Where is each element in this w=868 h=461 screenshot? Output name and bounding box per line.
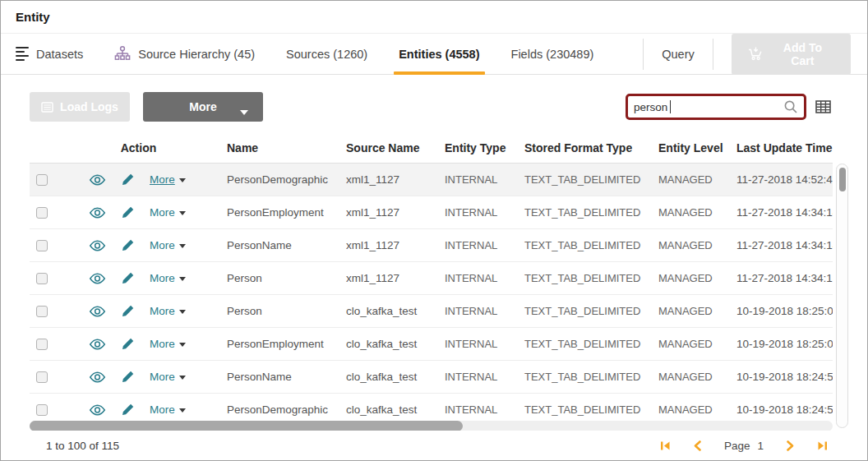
next-page-icon[interactable] <box>786 440 795 451</box>
list-icon <box>16 47 29 62</box>
more-button[interactable]: More <box>143 92 263 122</box>
cell-entity-type: INTERNAL <box>432 239 512 251</box>
row-more-link[interactable]: More <box>150 338 186 350</box>
cell-stored-format-type: TEXT_TAB_DELIMITED <box>512 206 645 219</box>
cell-entity-type: INTERNAL <box>432 338 512 350</box>
tab-source-hierarchy[interactable]: Source Hierarchy (45) <box>114 34 255 75</box>
active-tab-indicator <box>394 71 484 75</box>
header-last-update-time: Last Update Time <box>723 141 833 154</box>
row-checkbox[interactable] <box>36 306 48 317</box>
row-more-link[interactable]: More <box>150 305 186 317</box>
row-checkbox[interactable] <box>36 240 48 251</box>
caret-down-icon <box>179 244 186 248</box>
cell-entity-type: INTERNAL <box>432 206 512 219</box>
cell-stored-format-type: TEXT_TAB_DELIMITED <box>512 272 645 284</box>
row-more-link[interactable]: More <box>150 371 186 383</box>
row-checkbox[interactable] <box>36 207 48 219</box>
edit-pencil-icon[interactable] <box>122 403 134 416</box>
toolbar: Load Logs More <box>1 75 867 132</box>
table-row: More Person clo_kafka_test INTERNAL TEXT… <box>30 295 833 328</box>
header-source-name: Source Name <box>334 141 432 154</box>
logs-icon <box>41 102 53 113</box>
row-actions: More <box>62 272 215 284</box>
cell-stored-format-type: TEXT_TAB_DELIMITED <box>512 173 645 186</box>
divider <box>643 39 644 70</box>
view-eye-icon[interactable] <box>89 240 106 251</box>
row-more-label: More <box>150 272 175 284</box>
search-box[interactable] <box>626 94 806 120</box>
row-checkbox-cell <box>30 273 62 284</box>
add-to-cart-label: Add To Cart <box>771 41 834 67</box>
text-caret <box>670 100 671 113</box>
last-page-icon[interactable] <box>817 440 828 451</box>
edit-pencil-icon[interactable] <box>122 338 134 350</box>
row-more-link[interactable]: More <box>150 239 186 251</box>
view-eye-icon[interactable] <box>89 207 106 219</box>
edit-pencil-icon[interactable] <box>122 239 134 251</box>
tab-fields[interactable]: Fields (230489) <box>511 34 594 75</box>
header-entity-level: Entity Level <box>645 141 723 154</box>
tab-datasets[interactable]: Datasets <box>16 34 83 75</box>
search-input[interactable] <box>634 101 783 113</box>
table-row: More PersonEmployment clo_kafka_test INT… <box>30 328 833 361</box>
page-label: Page <box>724 440 750 452</box>
search-icon[interactable] <box>783 99 798 114</box>
row-more-label: More <box>150 239 175 251</box>
row-more-link[interactable]: More <box>150 206 186 219</box>
cell-stored-format-type: TEXT_TAB_DELIMITED <box>512 239 645 251</box>
cell-source-name: xml1_1127 <box>334 272 432 284</box>
row-checkbox-cell <box>30 240 62 251</box>
record-range-text: 1 to 100 of 115 <box>46 440 119 452</box>
row-checkbox-cell <box>30 306 62 317</box>
header-entity-type: Entity Type <box>432 141 512 154</box>
edit-pencil-icon[interactable] <box>122 305 134 317</box>
add-to-cart-button[interactable]: Add To Cart <box>732 34 851 75</box>
row-checkbox-cell <box>30 207 62 219</box>
table-row: More Person xml1_1127 INTERNAL TEXT_TAB_… <box>30 262 833 295</box>
edit-pencil-icon[interactable] <box>122 173 134 186</box>
previous-page-icon[interactable] <box>693 440 702 451</box>
row-actions: More <box>62 371 215 383</box>
view-eye-icon[interactable] <box>89 404 106 416</box>
cell-entity-level: MANAGED <box>645 305 723 317</box>
page-indicator: Page 1 <box>724 440 764 452</box>
row-checkbox[interactable] <box>36 339 48 350</box>
edit-pencil-icon[interactable] <box>122 272 134 284</box>
column-picker-grid-icon[interactable] <box>815 100 831 113</box>
tab-label: Source Hierarchy (45) <box>138 48 255 61</box>
view-eye-icon[interactable] <box>89 174 106 186</box>
table-row: More PersonName clo_kafka_test INTERNAL … <box>30 361 833 394</box>
cell-stored-format-type: TEXT_TAB_DELIMITED <box>512 371 645 383</box>
cell-entity-level: MANAGED <box>645 272 723 284</box>
vertical-scrollbar-thumb[interactable] <box>839 168 846 191</box>
row-checkbox[interactable] <box>36 174 48 186</box>
hierarchy-icon <box>114 46 131 62</box>
tab-sources[interactable]: Sources (1260) <box>286 34 367 75</box>
cell-entity-level: MANAGED <box>645 338 723 350</box>
load-logs-button[interactable]: Load Logs <box>30 92 130 122</box>
view-eye-icon[interactable] <box>89 371 106 383</box>
tab-query[interactable]: Query <box>662 34 695 75</box>
edit-pencil-icon[interactable] <box>122 371 134 383</box>
table-row: More PersonDemographic xml1_1127 INTERNA… <box>30 164 833 196</box>
view-eye-icon[interactable] <box>89 306 106 317</box>
row-checkbox[interactable] <box>36 371 48 383</box>
row-more-link[interactable]: More <box>150 272 186 284</box>
cell-entity-level: MANAGED <box>645 371 723 383</box>
cell-stored-format-type: TEXT_TAB_DELIMITED <box>512 338 645 350</box>
cell-last-update-time: 10-19-2018 18:25:00 <box>723 338 833 350</box>
row-checkbox[interactable] <box>36 273 48 284</box>
vertical-scrollbar[interactable] <box>836 164 848 428</box>
first-page-icon[interactable] <box>660 440 671 451</box>
view-eye-icon[interactable] <box>89 273 106 284</box>
view-eye-icon[interactable] <box>89 339 106 350</box>
tab-entities[interactable]: Entities (4558) <box>399 34 479 75</box>
row-more-link[interactable]: More <box>150 403 186 416</box>
cell-name: PersonName <box>215 371 334 383</box>
row-more-link[interactable]: More <box>150 173 186 186</box>
entity-page: Entity Datasets Source Hierarchy (45) So… <box>0 0 868 461</box>
edit-pencil-icon[interactable] <box>122 206 134 219</box>
cell-name: Person <box>215 272 334 284</box>
row-checkbox[interactable] <box>36 404 48 416</box>
cell-source-name: xml1_1127 <box>334 239 432 251</box>
